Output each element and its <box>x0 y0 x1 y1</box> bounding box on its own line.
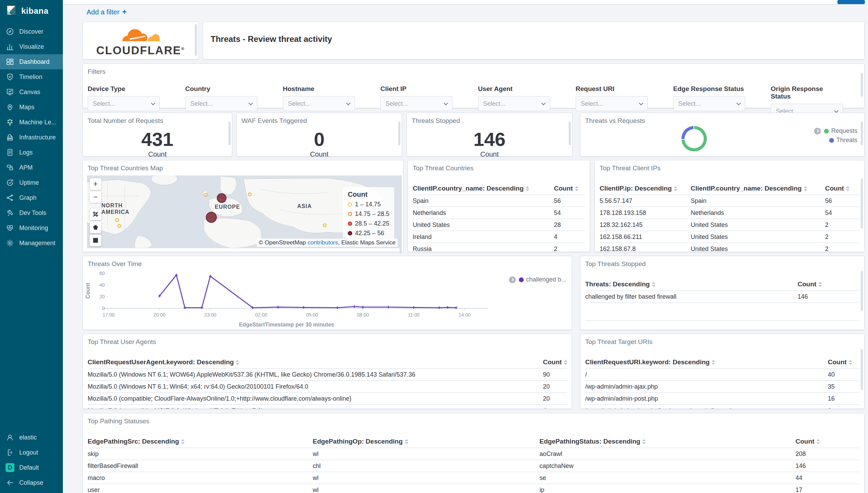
sidebar-item-default-space[interactable]: D Default <box>0 460 63 475</box>
map-draw-rectangle-button[interactable] <box>90 234 101 246</box>
table-header-cell[interactable]: ClientRequestUserAgent.keyword: Descendi… <box>88 358 543 366</box>
table-row[interactable]: 5.56.57.147Spain56 <box>600 195 859 207</box>
table-header-cell[interactable]: Count <box>825 185 859 192</box>
panel-scrollbar[interactable] <box>400 175 402 254</box>
sidebar-item-timelion[interactable]: Timelion <box>0 69 63 84</box>
sort-icon <box>652 282 655 287</box>
table-header-cell[interactable]: Count <box>554 185 585 192</box>
table-row[interactable]: Mozilla/5.0 (compatible; CloudFlare-Alwa… <box>88 393 567 405</box>
chevron-down-icon <box>248 101 253 105</box>
table-row[interactable]: userwlip17 <box>88 484 859 493</box>
table-cell: wl <box>313 474 539 482</box>
panel-scrollbar[interactable] <box>861 349 863 390</box>
filter-select[interactable]: Select... <box>673 96 745 111</box>
sidebar-item-dashboard[interactable]: Dashboard <box>0 54 63 69</box>
table-header-cell[interactable]: Count <box>795 438 859 445</box>
sidebar-item-management[interactable]: Management <box>0 236 63 251</box>
table-header-cell[interactable]: Count <box>543 358 567 366</box>
table-header-row: ClientIP.ip: DescendingClientIP.country_… <box>600 182 859 195</box>
sidebar-item-visualize[interactable]: Visualize <box>0 39 63 54</box>
table-row[interactable]: challenged by filter based firewall146 <box>585 291 859 303</box>
panel-scrollbar[interactable] <box>861 271 863 311</box>
dashboard-title-panel: Threats - Review threat activity <box>203 22 865 59</box>
sidebar-item-graph[interactable]: Graph <box>0 190 63 205</box>
table-row[interactable]: Mozilla/5.0 (compatible; MSIE 9.0; Windo… <box>88 405 567 409</box>
kibana-logo[interactable]: kibana <box>0 0 63 22</box>
table-header-cell[interactable]: Threats: Descending <box>585 280 798 288</box>
table-row[interactable]: 162.158.66.211United States2 <box>600 231 859 243</box>
table-row[interactable]: 128.32.162.145United States2 <box>600 219 859 231</box>
table-row[interactable]: skipwlaoCrawl208 <box>88 448 859 460</box>
map-draw-polygon-button[interactable] <box>90 221 101 233</box>
filter-select[interactable]: Select... <box>185 96 257 111</box>
sidebar-item-logs[interactable]: Logs <box>0 145 63 160</box>
table-row[interactable]: /wp-admin/admin-post.php16 <box>585 393 859 405</box>
table-row[interactable]: United States28 <box>413 219 585 231</box>
panel-scrollbar[interactable] <box>398 122 400 145</box>
sidebar-item-apm[interactable]: APM <box>0 160 63 175</box>
table-row[interactable]: Netherlands54 <box>413 207 585 219</box>
map-fit-bounds-button[interactable] <box>90 208 101 220</box>
add-filter-link[interactable]: Add a filter + <box>87 8 126 16</box>
osm-link[interactable]: contributors, <box>308 239 340 246</box>
filter-select[interactable]: Select... <box>478 96 550 111</box>
table-row[interactable]: Spain56 <box>413 195 585 207</box>
table-header-cell[interactable]: EdgePathingSrc: Descending <box>88 438 313 445</box>
filter-select[interactable]: Select... <box>380 96 453 111</box>
table-row[interactable]: 178.128.193.158Netherlands54 <box>600 207 859 219</box>
table-row[interactable]: filterBasedFirewallchlcaptchaNew146 <box>88 460 859 472</box>
sidebar-item-infrastructure[interactable]: Infrastructure <box>0 130 63 145</box>
filter-select[interactable]: Select... <box>576 96 648 111</box>
table-header-cell[interactable]: Count <box>828 358 859 366</box>
threats-over-time-chart[interactable]: 020406017:0020:0023:0002:0005:0008:0011:… <box>83 256 572 330</box>
table-header-cell[interactable]: ClientIP.country_name: Descending <box>691 185 825 192</box>
panel-scrollbar[interactable] <box>229 122 231 145</box>
table-row[interactable]: /wp-admin/admin-ajax.php?action=update-z… <box>585 405 859 409</box>
sidebar-item-uptime[interactable]: Uptime <box>0 175 63 190</box>
sidebar-item-collapse[interactable]: Collapse <box>0 475 63 490</box>
update-button-fragment[interactable] <box>837 0 865 4</box>
threats-vs-requests-donut[interactable] <box>681 126 707 151</box>
svg-text:40: 40 <box>99 282 105 288</box>
apm-icon <box>5 163 14 172</box>
world-map[interactable]: NORTH AMERICA EUROPE ASIA + − Count 1 – … <box>87 175 400 248</box>
table-header-cell[interactable]: EdgePathingStatus: Descending <box>539 438 795 445</box>
panel-scrollbar[interactable] <box>569 122 571 145</box>
sidebar-item-machine-learning[interactable]: Machine Le... <box>0 115 63 130</box>
table-header-cell[interactable]: ClientRequestURI.keyword: Descending <box>585 358 828 366</box>
sidebar-item-dev-tools[interactable]: Dev Tools <box>0 205 63 220</box>
table-row[interactable]: /wp-admin/admin-ajax.php35 <box>585 381 859 393</box>
map-zoom-in-button[interactable]: + <box>90 178 101 190</box>
panel-scrollbar[interactable] <box>861 179 863 229</box>
table-header-cell[interactable]: EdgePathingOp: Descending <box>313 438 539 445</box>
filter-select[interactable]: Select... <box>283 96 355 111</box>
map-zoom-out-button[interactable]: − <box>90 191 101 203</box>
sidebar-item-discover[interactable]: Discover <box>0 24 63 39</box>
map-label-asia: ASIA <box>297 203 312 209</box>
table-row[interactable]: /40 <box>585 369 859 381</box>
table-cell: / <box>585 371 828 378</box>
sidebar-item-maps[interactable]: Maps <box>0 100 63 115</box>
panel-scrollbar[interactable] <box>861 73 863 97</box>
sidebar-item-user[interactable]: elastic <box>0 430 63 445</box>
sidebar-item-monitoring[interactable]: Monitoring <box>0 220 63 236</box>
table-header-cell[interactable]: Count <box>798 280 859 288</box>
table-header-cell[interactable]: ClientIP.ip: Descending <box>600 185 691 192</box>
sort-icon <box>236 360 239 365</box>
map-legend-item: 14.75 – 28.5 <box>348 210 389 218</box>
sidebar-item-canvas[interactable]: Canvas <box>0 84 63 100</box>
table-row[interactable]: macrowlse44 <box>88 472 859 484</box>
table-row[interactable]: 162.158.67.8United States2 <box>600 243 859 252</box>
sidebar-item-logout[interactable]: Logout <box>0 445 63 460</box>
legend-expand-icon[interactable] <box>509 276 516 283</box>
sort-icon <box>575 186 578 191</box>
table-row[interactable]: Russia2 <box>413 243 585 252</box>
table-row[interactable]: Mozilla/5.0 (Windows NT 6.1; Win64; x64;… <box>88 381 567 393</box>
filter-select[interactable]: Select... <box>88 96 160 111</box>
panel-scrollbar[interactable] <box>195 24 197 56</box>
table-header-cell[interactable]: ClientIP.country_name: Descending <box>413 185 554 192</box>
table-row[interactable]: Mozilla/5.0 (Windows NT 6.1; WOW64) Appl… <box>88 369 567 381</box>
legend-expand-icon[interactable] <box>814 128 821 135</box>
table-row[interactable]: Ireland4 <box>413 231 585 243</box>
panel-scrollbar[interactable] <box>861 122 863 145</box>
